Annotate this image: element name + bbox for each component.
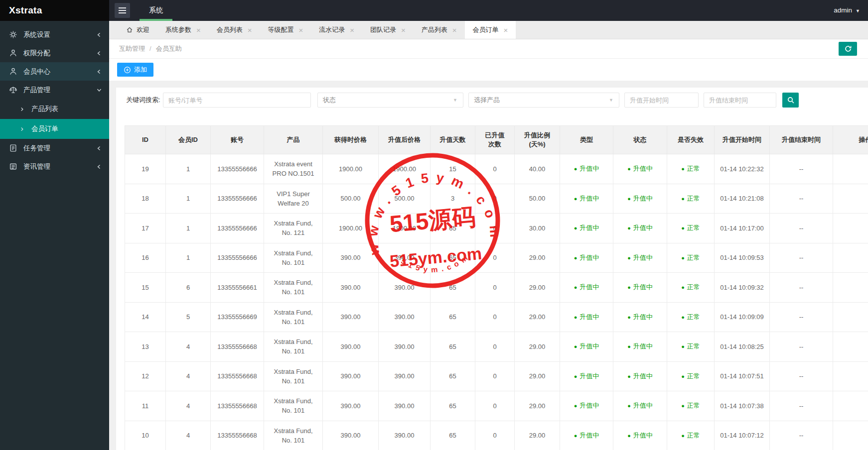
chevron-left-icon [97, 164, 102, 169]
sidebar-item-product-list[interactable]: 产品列表 [0, 99, 109, 119]
cell-id: 17 [125, 214, 166, 243]
cell-status: 升值中 [613, 273, 667, 303]
cell-id: 13 [125, 332, 166, 362]
close-icon[interactable]: × [504, 26, 508, 34]
sidebar-item-system-settings[interactable]: 系统设置 [0, 25, 109, 44]
refresh-button[interactable] [839, 42, 857, 56]
cell-valid: 正常 [667, 243, 715, 273]
cell-price_obtained: 390.00 [323, 421, 379, 450]
sidebar-item-product-management[interactable]: 产品管理 [0, 81, 109, 99]
tab-member-orders[interactable]: 会员订单× [465, 21, 516, 39]
close-icon[interactable]: × [196, 26, 201, 34]
cell-id: 12 [125, 361, 166, 391]
column-header-member_id: 会员ID [166, 126, 211, 154]
tab-bar: 欢迎系统参数×会员列表×等级配置×流水记录×团队记录×产品列表×会员订单× [109, 21, 868, 39]
cell-product: Xstrata Fund, No. 101 [264, 391, 323, 421]
cell-end_time: -- [770, 243, 833, 273]
chevron-down-icon: ▼ [453, 98, 457, 103]
column-header-times: 已升值 次数 [475, 126, 515, 154]
chevron-down-icon: ▼ [856, 8, 860, 13]
cell-valid: 正常 [667, 391, 715, 421]
tab-label: 团队记录 [370, 25, 396, 34]
tab-label: 流水记录 [319, 25, 345, 34]
column-header-type: 类型 [560, 126, 613, 154]
cell-ratio: 30.00 [515, 214, 560, 243]
username: admin [834, 6, 852, 14]
tab-member-list[interactable]: 会员列表× [209, 21, 260, 39]
topnav-item-system[interactable]: 系统 [140, 0, 172, 21]
cell-id: 11 [125, 391, 166, 421]
table-row: 12413355556668Xstrata Fund, No. 101390.0… [125, 361, 868, 391]
cell-start_time: 01-14 10:07:51 [715, 361, 770, 391]
close-icon[interactable]: × [350, 26, 354, 34]
cell-type: 升值中 [560, 273, 613, 303]
tab-team-records[interactable]: 团队记录× [362, 21, 414, 39]
cell-price_after: 390.00 [379, 421, 431, 450]
cell-price_obtained: 1900.00 [323, 154, 379, 184]
cell-product: Xstrata event PRO NO.1501 [264, 154, 323, 184]
cell-start_time: 01-14 10:08:25 [715, 332, 770, 362]
close-icon[interactable]: × [452, 26, 457, 34]
cell-id: 10 [125, 421, 166, 450]
cell-ops [833, 273, 868, 303]
cell-status: 升值中 [613, 332, 667, 362]
cell-member_id: 1 [166, 214, 211, 243]
product-select[interactable]: 选择产品 ▼ [468, 93, 619, 108]
sidebar-item-news-management[interactable]: 资讯管理 [0, 157, 109, 176]
main-area: 系统 admin▼ 欢迎系统参数×会员列表×等级配置×流水记录×团队记录×产品列… [109, 0, 868, 450]
column-header-end_time: 升值结束时间 [770, 126, 833, 154]
table-row: 11413355556668Xstrata Fund, No. 101390.0… [125, 391, 868, 421]
cell-ratio: 29.00 [515, 391, 560, 421]
cell-ops [833, 243, 868, 273]
cell-member_id: 1 [166, 154, 211, 184]
cell-valid: 正常 [667, 154, 715, 184]
hamburger-menu-icon[interactable] [115, 3, 130, 18]
sidebar-item-task-management[interactable]: 任务管理 [0, 139, 109, 157]
cell-ops [833, 421, 868, 450]
status-select[interactable]: 状态 ▼ [317, 93, 463, 108]
cell-end_time: -- [770, 302, 833, 332]
cell-valid: 正常 [667, 214, 715, 243]
user-menu[interactable]: admin▼ [834, 0, 860, 21]
cell-days: 3 [431, 184, 475, 214]
chevron-left-icon [97, 146, 102, 151]
cell-member_id: 4 [166, 332, 211, 362]
column-header-start_time: 升值开始时间 [715, 126, 770, 154]
tab-product-list[interactable]: 产品列表× [414, 21, 465, 39]
keyword-input[interactable] [163, 93, 311, 108]
add-button[interactable]: 添加 [117, 63, 153, 77]
cell-price_after: 390.00 [379, 243, 431, 273]
tab-label: 欢迎 [137, 25, 149, 34]
tab-flow-records[interactable]: 流水记录× [311, 21, 362, 39]
sidebar-item-member-orders[interactable]: 会员订单 [0, 119, 109, 139]
close-icon[interactable]: × [401, 26, 406, 34]
column-header-id: ID [125, 126, 166, 154]
cell-status: 升值中 [613, 154, 667, 184]
end-time-input[interactable] [704, 93, 776, 108]
refresh-icon [844, 45, 852, 53]
cell-status: 升值中 [613, 243, 667, 273]
tab-welcome[interactable]: 欢迎 [118, 21, 157, 39]
sidebar-item-permissions[interactable]: 权限分配 [0, 44, 109, 62]
tab-level-config[interactable]: 等级配置× [260, 21, 311, 39]
close-icon[interactable]: × [299, 26, 303, 34]
sidebar-item-member-center[interactable]: 会员中心 [0, 62, 109, 81]
cell-account: 13355556668 [211, 421, 264, 450]
cell-start_time: 01-14 10:09:53 [715, 243, 770, 273]
start-time-input[interactable] [624, 93, 699, 108]
cell-ratio: 40.00 [515, 154, 560, 184]
content-card: 关键词搜索: 状态 ▼ 选择产品 ▼ ID会员ID账号产品获得时价格升值后价格升… [116, 88, 868, 450]
cell-id: 14 [125, 302, 166, 332]
cell-member_id: 4 [166, 421, 211, 450]
cell-ops [833, 332, 868, 362]
cell-price_obtained: 390.00 [323, 391, 379, 421]
cell-account: 13355556668 [211, 391, 264, 421]
cell-times: 0 [475, 332, 515, 362]
tab-system-params[interactable]: 系统参数× [157, 21, 209, 39]
chevron-left-icon [97, 32, 102, 37]
cell-days: 65 [431, 421, 475, 450]
breadcrumb-item[interactable]: 互助管理 [119, 45, 145, 52]
close-icon[interactable]: × [248, 26, 252, 34]
cell-account: 13355556666 [211, 214, 264, 243]
search-button[interactable] [782, 93, 799, 108]
